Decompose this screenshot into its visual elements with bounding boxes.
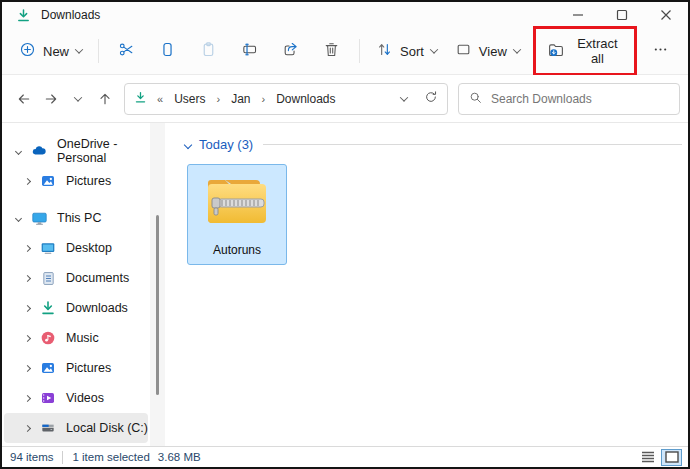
chevron-right-icon [24, 304, 31, 311]
sidebar-item-label: Videos [66, 391, 104, 405]
rename-icon [241, 41, 258, 61]
chevron-down-icon [75, 45, 83, 53]
breadcrumb-segment-users[interactable]: Users [173, 92, 206, 106]
address-breadcrumb-bar[interactable]: « Users › Jan › Downloads [124, 83, 448, 115]
share-icon [282, 41, 299, 61]
downloads-icon [134, 91, 147, 107]
scrollbar-thumb[interactable] [156, 215, 159, 395]
pictures-icon [39, 359, 57, 377]
sidebar-item-label: Downloads [66, 301, 128, 315]
sidebar-item-music[interactable]: Music [4, 323, 148, 353]
file-item-autoruns[interactable]: Autoruns [187, 164, 287, 265]
chevron-down-icon [184, 140, 192, 148]
sidebar-item-pictures[interactable]: Pictures [4, 353, 148, 383]
large-thumbnails-view-button[interactable] [661, 449, 682, 466]
navigation-pane: OneDrive - Personal Pictures [2, 123, 150, 446]
group-header-label: Today (3) [199, 137, 253, 152]
new-button-label: New [43, 44, 69, 59]
chevron-down-icon [73, 93, 81, 101]
sidebar-item-videos[interactable]: Videos [4, 383, 148, 413]
sidebar-item-desktop[interactable]: Desktop [4, 233, 148, 263]
sidebar-item-label: Desktop [66, 241, 112, 255]
chevron-right-icon [24, 244, 31, 251]
sidebar-item-documents[interactable]: Documents [4, 263, 148, 293]
sidebar-item-local-disk-c[interactable]: Local Disk (C:) [4, 413, 148, 443]
rename-button[interactable] [229, 35, 270, 67]
delete-button[interactable] [311, 35, 352, 67]
local-disk-icon [39, 419, 57, 437]
chevron-right-icon [24, 177, 31, 184]
selection-count: 1 item selected [72, 451, 149, 463]
paste-icon [200, 41, 217, 61]
address-dropdown-icon[interactable] [400, 93, 408, 101]
onedrive-cloud-icon [30, 142, 48, 160]
cut-button[interactable] [106, 35, 147, 67]
group-header-rule [263, 144, 682, 145]
chevron-right-icon [24, 394, 31, 401]
refresh-icon[interactable] [424, 90, 438, 107]
group-header-today[interactable]: Today (3) [185, 137, 682, 152]
status-divider [62, 451, 63, 464]
up-button[interactable] [91, 85, 118, 112]
chevron-down-icon [15, 214, 22, 221]
toolbar-right-group: Sort View [352, 26, 680, 76]
view-icon [455, 41, 472, 61]
breadcrumb-segment-jan[interactable]: Jan [230, 92, 251, 106]
sidebar-item-label: This PC [57, 211, 101, 225]
address-bar-row: « Users › Jan › Downloads [2, 75, 688, 123]
new-button[interactable]: New [10, 35, 91, 67]
details-view-button[interactable] [637, 449, 658, 466]
items-count: 94 items [10, 451, 53, 463]
forward-button[interactable] [37, 85, 64, 112]
view-toggles [637, 449, 682, 466]
chevron-right-icon [24, 364, 31, 371]
search-icon [469, 90, 482, 108]
selection-size: 3.68 MB [158, 451, 201, 463]
zipped-folder-icon [204, 175, 270, 235]
view-button[interactable]: View [446, 35, 529, 67]
documents-icon [39, 269, 57, 287]
sidebar-item-this-pc[interactable]: This PC [4, 203, 148, 233]
file-explorer-window: Downloads New [0, 0, 690, 469]
cut-icon [118, 41, 135, 61]
chevron-right-icon [24, 274, 31, 281]
copy-button[interactable] [147, 35, 188, 67]
videos-icon [39, 389, 57, 407]
command-bar: New [2, 28, 688, 75]
sidebar-item-downloads[interactable]: Downloads [4, 293, 148, 323]
trash-icon [323, 41, 340, 61]
extract-all-button[interactable]: Extract all [538, 30, 632, 72]
sort-button-label: Sort [400, 44, 424, 59]
recent-locations-button[interactable] [64, 85, 91, 112]
sidebar-item-pictures-onedrive[interactable]: Pictures [4, 166, 148, 196]
breadcrumb-segment-downloads[interactable]: Downloads [275, 92, 336, 106]
file-list-area: Today (3) [165, 123, 688, 446]
copy-icon [159, 41, 176, 61]
close-button[interactable] [644, 2, 688, 28]
chevron-down-icon [15, 147, 22, 154]
maximize-button[interactable] [600, 2, 644, 28]
share-button[interactable] [270, 35, 311, 67]
sidebar-scrollbar[interactable] [150, 123, 165, 446]
file-item-label: Autoruns [213, 243, 261, 257]
search-box[interactable] [458, 83, 680, 115]
chevron-right-icon [24, 424, 31, 431]
window-controls [556, 2, 688, 28]
sidebar-item-label: Documents [66, 271, 129, 285]
search-input[interactable] [491, 92, 669, 106]
sidebar-item-onedrive[interactable]: OneDrive - Personal [4, 136, 148, 166]
downloads-icon [39, 299, 57, 317]
breadcrumb-overflow[interactable]: « [154, 93, 166, 105]
music-icon [39, 329, 57, 347]
minimize-button[interactable] [556, 2, 600, 28]
sort-button[interactable]: Sort [367, 35, 446, 67]
this-pc-icon [30, 209, 48, 227]
chevron-down-icon [513, 45, 521, 53]
sidebar-item-label: Music [66, 331, 99, 345]
sidebar-item-label: Pictures [66, 361, 111, 375]
more-options-button[interactable] [641, 36, 680, 66]
paste-button[interactable] [188, 35, 229, 67]
breadcrumb-separator: › [213, 93, 223, 105]
back-button[interactable] [10, 85, 37, 112]
chevron-right-icon [24, 334, 31, 341]
